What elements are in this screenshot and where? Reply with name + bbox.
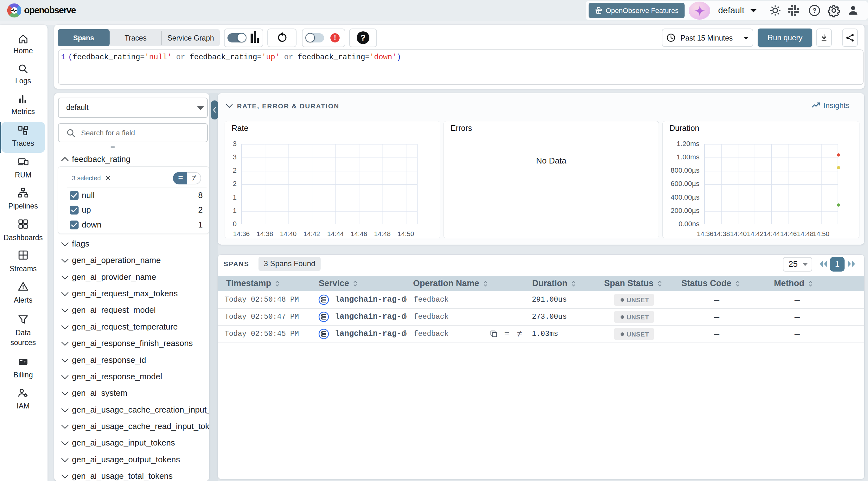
svg-text:?: ?	[812, 7, 817, 14]
